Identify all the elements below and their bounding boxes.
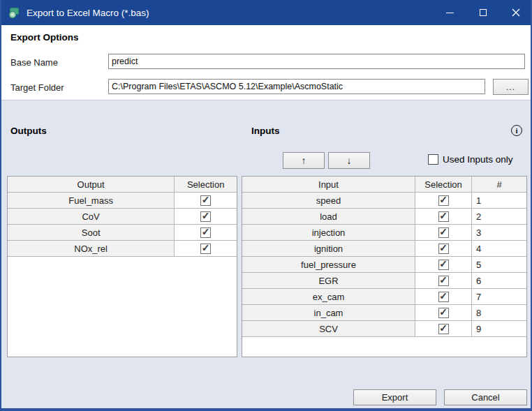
output-name-cell[interactable]: Fuel_mass xyxy=(8,193,175,209)
move-up-button[interactable]: ↑ xyxy=(283,152,325,169)
input-name-cell[interactable]: in_cam xyxy=(242,305,415,321)
output-selection-checkbox[interactable]: ✓ xyxy=(200,244,211,254)
input-name-cell[interactable]: load xyxy=(242,209,415,225)
input-selection-checkbox[interactable]: ✓ xyxy=(438,292,449,302)
info-icon[interactable]: i xyxy=(511,125,522,136)
export-button[interactable]: Export xyxy=(353,389,436,405)
input-selection-checkbox[interactable]: ✓ xyxy=(438,324,449,334)
outputs-col-selection: Selection xyxy=(175,177,237,193)
table-row: injection ✓ 3 xyxy=(242,225,526,241)
input-number-cell: 5 xyxy=(472,257,526,273)
input-number-cell: 3 xyxy=(472,225,526,241)
export-dialog-window: Export to Excel Macro (*.bas) Export Opt… xyxy=(0,0,532,411)
input-selection-checkbox[interactable]: ✓ xyxy=(438,308,449,318)
cancel-button[interactable]: Cancel xyxy=(444,389,527,405)
input-selection-checkbox[interactable]: ✓ xyxy=(438,276,449,286)
base-name-input[interactable] xyxy=(108,54,525,69)
maximize-icon xyxy=(480,9,487,16)
inputs-header-row: Input Selection # xyxy=(242,177,526,193)
input-number-cell: 6 xyxy=(472,273,526,289)
table-row: CoV ✓ xyxy=(8,209,237,225)
input-selection-checkbox[interactable]: ✓ xyxy=(438,260,449,270)
inputs-col-input: Input xyxy=(242,177,415,193)
used-inputs-label: Used Inputs only xyxy=(443,154,513,165)
target-folder-label: Target Folder xyxy=(10,82,64,93)
input-number-cell: 8 xyxy=(472,305,526,321)
app-icon xyxy=(8,6,20,19)
outputs-table: Output Selection Fuel_mass ✓ CoV ✓ Soot … xyxy=(7,176,237,357)
browse-button[interactable]: ... xyxy=(493,79,529,95)
output-name-cell[interactable]: CoV xyxy=(8,209,175,225)
inputs-col-selection: Selection xyxy=(415,177,472,193)
minimize-icon xyxy=(446,13,454,13)
output-name-cell[interactable]: NOx_rel xyxy=(8,241,175,257)
table-row: fuel_pressure ✓ 5 xyxy=(242,257,526,273)
input-selection-checkbox[interactable]: ✓ xyxy=(438,244,449,254)
input-name-cell[interactable]: EGR xyxy=(242,273,415,289)
export-options-heading: Export Options xyxy=(10,32,79,43)
input-name-cell[interactable]: ex_cam xyxy=(242,289,415,305)
output-selection-checkbox[interactable]: ✓ xyxy=(200,195,211,206)
table-row: in_cam ✓ 8 xyxy=(242,305,526,321)
input-name-cell[interactable]: speed xyxy=(242,193,415,209)
input-selection-checkbox[interactable]: ✓ xyxy=(438,195,449,206)
input-selection-checkbox[interactable]: ✓ xyxy=(438,211,449,222)
table-row: ignition ✓ 4 xyxy=(242,241,526,257)
export-options-panel: Export Options Base Name Target Folder .… xyxy=(1,25,531,100)
target-folder-input[interactable] xyxy=(108,79,485,94)
close-icon xyxy=(512,8,520,17)
table-row: ex_cam ✓ 7 xyxy=(242,289,526,305)
outputs-col-output: Output xyxy=(8,177,175,193)
input-name-cell[interactable]: ignition xyxy=(242,241,415,257)
table-row: Fuel_mass ✓ xyxy=(8,193,237,209)
outputs-header-row: Output Selection xyxy=(8,177,237,193)
table-row: SCV ✓ 9 xyxy=(242,321,526,337)
inputs-heading: Inputs xyxy=(251,126,280,136)
used-inputs-only[interactable]: ✓ Used Inputs only xyxy=(428,154,513,165)
output-name-cell[interactable]: Soot xyxy=(8,225,175,241)
input-name-cell[interactable]: fuel_pressure xyxy=(242,257,415,273)
input-number-cell: 2 xyxy=(472,209,526,225)
used-inputs-checkbox[interactable]: ✓ xyxy=(428,154,438,165)
table-row: load ✓ 2 xyxy=(242,209,526,225)
input-name-cell[interactable]: injection xyxy=(242,225,415,241)
input-number-cell: 9 xyxy=(472,321,526,337)
input-number-cell: 4 xyxy=(472,241,526,257)
outputs-heading: Outputs xyxy=(10,126,47,136)
input-name-cell[interactable]: SCV xyxy=(242,321,415,337)
move-down-button[interactable]: ↓ xyxy=(328,152,370,169)
titlebar: Export to Excel Macro (*.bas) xyxy=(0,0,532,25)
input-number-cell: 7 xyxy=(472,289,526,305)
inputs-col-number: # xyxy=(472,177,526,193)
table-row: NOx_rel ✓ xyxy=(8,241,237,257)
table-row: speed ✓ 1 xyxy=(242,193,526,209)
table-row: Soot ✓ xyxy=(8,225,237,241)
window-title: Export to Excel Macro (*.bas) xyxy=(27,8,149,18)
table-row: EGR ✓ 6 xyxy=(242,273,526,289)
base-name-label: Base Name xyxy=(10,57,58,68)
minimize-button[interactable] xyxy=(434,0,466,25)
input-number-cell: 1 xyxy=(472,193,526,209)
output-selection-checkbox[interactable]: ✓ xyxy=(200,211,211,222)
output-selection-checkbox[interactable]: ✓ xyxy=(200,227,211,238)
arrow-up-icon: ↑ xyxy=(302,155,306,166)
input-selection-checkbox[interactable]: ✓ xyxy=(438,227,449,238)
maximize-button[interactable] xyxy=(466,0,499,25)
arrow-down-icon: ↓ xyxy=(347,155,352,166)
inputs-table: Input Selection # speed ✓ 1 load ✓ 2 inj… xyxy=(242,176,527,357)
close-button[interactable] xyxy=(499,0,532,25)
